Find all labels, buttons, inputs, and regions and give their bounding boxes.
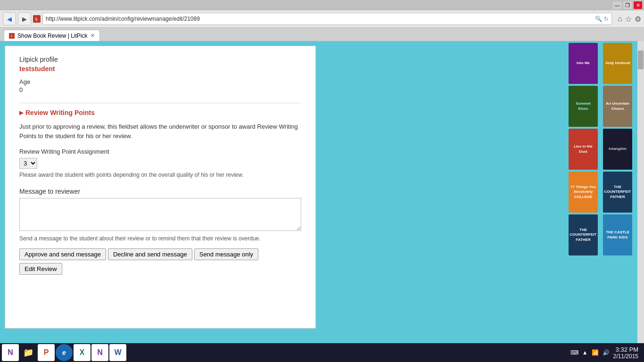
book-cover-3[interactable]: An Uncertain Choice <box>603 86 632 127</box>
age-label: Age <box>19 78 301 85</box>
scroll-thumb[interactable] <box>638 50 644 69</box>
taskbar-onenote[interactable]: N <box>2 344 19 361</box>
book-cover-0[interactable]: Into Me <box>569 43 598 84</box>
book-cover-1[interactable]: Jody Hedlund <box>603 43 632 84</box>
book-cover-4[interactable]: Lies in the Dust <box>569 129 598 170</box>
message-textarea[interactable] <box>19 198 301 231</box>
decline-send-button[interactable]: Decline and send message <box>108 248 192 260</box>
active-tab[interactable]: L Show Book Review | LitPick ✕ <box>4 30 100 41</box>
taskbar-ie[interactable]: e <box>56 344 73 361</box>
section-title: Review Writing Points <box>25 109 95 116</box>
address-bar[interactable]: 🔍 ↻ <box>42 13 612 25</box>
section-header: ▶ Review Writing Points <box>19 103 301 116</box>
minimize-button[interactable]: — <box>613 1 621 9</box>
profile-name: teststudent <box>19 65 301 73</box>
browser-right-icons: ⌂ ☆ ⚙ <box>618 15 641 24</box>
tab-bar: L Show Book Review | LitPick ✕ <box>0 28 644 41</box>
assignment-label: Review Writing Point Assignment <box>19 148 301 155</box>
browser-chrome: ◀ ▶ L 🔍 ↻ ⌂ ☆ ⚙ <box>0 10 644 28</box>
book-cover-2[interactable]: Summet Elves <box>569 86 598 127</box>
taskbar-onenote2[interactable]: N <box>91 344 108 361</box>
scrollbar[interactable] <box>637 41 644 344</box>
book-cover-7[interactable]: THE COUNTERFEIT FATHER <box>603 172 632 213</box>
clock-time: 3:32 PM <box>613 346 638 353</box>
message-hint: Send a message to the student about thei… <box>19 235 301 242</box>
edit-review-button[interactable]: Edit Review <box>19 263 62 275</box>
taskbar-excel[interactable]: X <box>74 344 91 361</box>
send-only-button[interactable]: Send message only <box>194 248 258 260</box>
refresh-icon[interactable]: ↻ <box>604 16 609 22</box>
taskbar-explorer[interactable]: 📁 <box>20 344 37 361</box>
book-cover-9[interactable]: THE CASTLE PARK KIDS <box>603 214 632 255</box>
network-icon: 📶 <box>592 349 599 356</box>
edit-button-row: Edit Review <box>19 263 301 275</box>
approve-send-button[interactable]: Approve and send message <box>19 248 106 260</box>
book-cover-5[interactable]: Intangible <box>603 129 632 170</box>
profile-label: Litpick profile <box>19 56 301 63</box>
taskbar-word[interactable]: W <box>109 344 126 361</box>
clock-date: 2/11/2015 <box>613 353 638 360</box>
home-icon[interactable]: ⌂ <box>618 15 622 23</box>
assignment-hint: Please award the student with points dep… <box>19 172 301 178</box>
action-buttons: Approve and send message Decline and sen… <box>19 248 301 260</box>
star-icon[interactable]: ☆ <box>625 15 632 24</box>
point-select-input[interactable]: 1 2 3 4 5 <box>19 158 37 169</box>
point-select[interactable]: 1 2 3 4 5 <box>19 158 301 169</box>
tab-label: Show Book Review | LitPick <box>17 33 88 39</box>
clock: 3:32 PM 2/11/2015 <box>613 346 638 360</box>
main-layout: Litpick profile teststudent Age 0 ▶ Revi… <box>0 41 644 344</box>
age-value: 0 <box>19 86 301 93</box>
taskbar-right: ⌨ ▲ 📶 🔊 3:32 PM 2/11/2015 <box>570 346 642 360</box>
close-button[interactable]: ✕ <box>634 1 642 9</box>
tab-favicon: L <box>9 33 15 39</box>
description-text: Just prior to approving a review, this f… <box>19 122 301 140</box>
forward-button[interactable]: ▶ <box>18 12 31 25</box>
volume-icon: 🔊 <box>603 349 610 356</box>
browser-toolbar: ◀ ▶ L 🔍 ↻ ⌂ ☆ ⚙ <box>0 10 644 27</box>
taskbar-powerpoint[interactable]: P <box>38 344 55 361</box>
restore-button[interactable]: ❐ <box>623 1 632 9</box>
tab-close-icon[interactable]: ✕ <box>91 33 95 39</box>
url-input[interactable] <box>46 16 593 22</box>
title-bar: — ❐ ✕ <box>0 0 644 10</box>
content-area: Litpick profile teststudent Age 0 ▶ Revi… <box>0 41 567 344</box>
settings-icon[interactable]: ⚙ <box>635 15 641 24</box>
taskbar: N 📁 P e X N W ⌨ ▲ 📶 🔊 3:32 PM 2/11/2015 <box>0 343 644 362</box>
favicon: L <box>33 15 41 23</box>
message-label: Message to reviewer <box>19 188 301 195</box>
white-panel: Litpick profile teststudent Age 0 ▶ Revi… <box>5 46 316 329</box>
system-icons: ▲ <box>582 349 588 356</box>
book-grid: Into MeJody HedlundSummet ElvesAn Uncert… <box>569 43 636 255</box>
search-icon[interactable]: 🔍 <box>595 16 602 22</box>
keyboard-icon: ⌨ <box>570 349 578 356</box>
book-cover-8[interactable]: THE COUNTERFEIT FATHER <box>569 214 598 255</box>
back-button[interactable]: ◀ <box>3 12 16 25</box>
book-cover-6[interactable]: 77 Things You Absolutely COLLEGE <box>569 172 598 213</box>
section-arrow-icon[interactable]: ▶ <box>19 109 24 116</box>
sidebar-right: Into MeJody HedlundSummet ElvesAn Uncert… <box>567 41 637 344</box>
address-icons: 🔍 ↻ <box>595 16 609 22</box>
